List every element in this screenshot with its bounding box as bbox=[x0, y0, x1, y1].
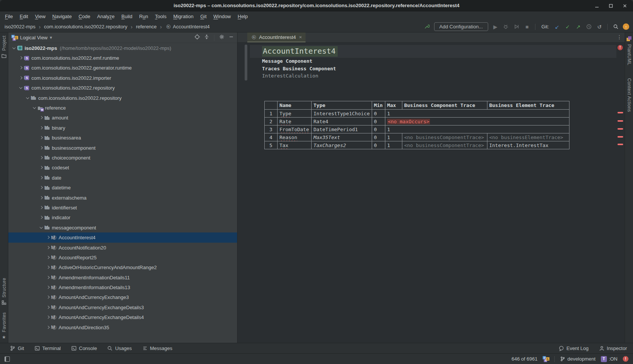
tree-item[interactable]: M amount bbox=[8, 113, 237, 123]
tree-item[interactable]: M com.iconsolutions.iso20022.emf.runtime bbox=[8, 53, 237, 63]
tree-chevron-icon[interactable] bbox=[39, 145, 44, 151]
error-analysis-icon[interactable]: ! bbox=[623, 356, 628, 362]
table-cell[interactable]: FromToDate bbox=[278, 125, 312, 133]
menu-item[interactable]: Run bbox=[136, 14, 152, 19]
tab-close-icon[interactable]: ✕ bbox=[299, 35, 302, 39]
tool-stripe-structure[interactable]: Structure bbox=[1, 278, 7, 305]
table-cell[interactable]: 1 bbox=[385, 141, 402, 149]
tree-item[interactable]: M businesscomponent bbox=[8, 143, 237, 153]
tool-window-button[interactable]: Messages bbox=[142, 345, 172, 351]
menu-item[interactable]: Migration bbox=[170, 14, 197, 19]
view-selector[interactable]: Logical View bbox=[20, 35, 48, 40]
tool-window-button[interactable]: Event Log bbox=[559, 345, 589, 351]
error-stripe-mark[interactable] bbox=[617, 112, 623, 113]
tree-chevron-icon[interactable] bbox=[39, 195, 44, 201]
table-cell[interactable]: 5 bbox=[265, 141, 278, 149]
update-notification-icon[interactable]: ↑ bbox=[623, 23, 629, 30]
git-push-icon[interactable]: ↗ bbox=[575, 23, 582, 30]
tree-chevron-icon[interactable] bbox=[39, 205, 44, 211]
tree-item[interactable]: M identifierset bbox=[8, 203, 237, 212]
breadcrumb-item[interactable]: AccountInterest4 bbox=[157, 24, 209, 30]
table-cell[interactable]: 1 bbox=[385, 110, 569, 118]
gear-icon[interactable] bbox=[219, 34, 225, 41]
menu-item[interactable]: Edit bbox=[16, 14, 31, 19]
tree-chevron-icon[interactable] bbox=[39, 155, 44, 161]
git-branch-widget[interactable]: development bbox=[560, 356, 595, 362]
tool-window-button[interactable]: Console bbox=[71, 345, 97, 351]
tree-chevron-icon[interactable] bbox=[45, 325, 51, 330]
tree-item[interactable]: M AmountAndCurrencyExchangeDetails3 bbox=[8, 302, 237, 312]
tree-item[interactable]: M messagecomponent bbox=[8, 223, 237, 232]
tree-item[interactable]: M AmountAndCurrencyExchange3 bbox=[8, 293, 237, 302]
maximize-icon[interactable] bbox=[608, 3, 614, 9]
table-cell[interactable]: Tax bbox=[278, 141, 312, 149]
tree-item[interactable]: M externalschema bbox=[8, 193, 237, 203]
table-cell[interactable]: <no businessComponentTrace> bbox=[402, 133, 487, 141]
tree-chevron-icon[interactable] bbox=[39, 175, 44, 181]
table-cell[interactable]: Interest.InterestTax bbox=[487, 141, 569, 149]
rollback-icon[interactable]: ↺ bbox=[596, 23, 603, 30]
tool-window-button[interactable]: Usages bbox=[107, 345, 132, 351]
tree-chevron-icon[interactable] bbox=[32, 105, 37, 111]
tree-chevron-icon[interactable] bbox=[45, 235, 51, 240]
table-cell[interactable]: 1 bbox=[385, 125, 569, 133]
breadcrumb-item[interactable]: reference bbox=[127, 24, 157, 30]
tree-item[interactable]: M ActiveOrHistoricCurrencyAndAmountRange… bbox=[8, 263, 237, 273]
tree-item[interactable]: M choicecomponent bbox=[8, 153, 237, 163]
tree-item[interactable]: M indicator bbox=[8, 213, 237, 223]
tree-item[interactable]: M com.iconsolutions.iso20022.repository bbox=[8, 83, 237, 93]
tree-chevron-icon[interactable] bbox=[45, 265, 51, 270]
tree-item[interactable]: M com.iconsolutions.iso20022.generator.r… bbox=[8, 63, 237, 73]
collapse-all-icon[interactable] bbox=[204, 34, 209, 41]
tool-window-button[interactable]: Git bbox=[10, 345, 24, 351]
minimize-icon[interactable] bbox=[594, 3, 600, 9]
tool-window-button[interactable]: Terminal bbox=[34, 345, 61, 351]
tool-window-toggle-icon[interactable] bbox=[5, 356, 10, 362]
tree-item[interactable]: M businessarea bbox=[8, 133, 237, 143]
table-cell[interactable]: <no maxOccurs> bbox=[385, 118, 569, 125]
search-icon[interactable] bbox=[612, 23, 619, 30]
tree-item[interactable]: M binary bbox=[8, 123, 237, 133]
tree-chevron-icon[interactable] bbox=[45, 275, 51, 280]
tree-chevron-icon[interactable] bbox=[39, 125, 44, 131]
error-indicator-icon[interactable]: ! bbox=[617, 45, 623, 50]
tool-stripe-favorites[interactable]: Favorites ★ bbox=[2, 312, 7, 340]
tree-chevron-icon[interactable] bbox=[18, 65, 24, 71]
table-cell[interactable]: <no businessComponentTrace> bbox=[402, 141, 487, 149]
tool-stripe-plantuml[interactable]: PlantUML bbox=[626, 36, 632, 65]
table-cell[interactable]: <no businessElementTrace> bbox=[487, 133, 569, 141]
tree-item[interactable]: M AccountNotification20 bbox=[8, 243, 237, 252]
git-commit-icon[interactable]: ✓ bbox=[564, 23, 571, 30]
tree-chevron-icon[interactable] bbox=[39, 115, 44, 121]
component-title[interactable]: AccountInterest4 bbox=[262, 46, 338, 57]
tree-item[interactable]: M com.iconsolutions.iso20022.repository bbox=[8, 93, 237, 103]
trace-value[interactable]: InterestCalculation bbox=[262, 73, 318, 79]
table-cell[interactable]: Reason bbox=[278, 133, 312, 141]
table-cell[interactable]: 0 bbox=[372, 125, 385, 133]
git-update-icon[interactable]: ↙ bbox=[554, 23, 560, 30]
table-cell[interactable]: Type bbox=[278, 110, 312, 118]
tree-chevron-icon[interactable] bbox=[45, 305, 51, 310]
typesystem-widget[interactable]: T :ON bbox=[601, 356, 617, 362]
tree-item[interactable]: M AmendmentInformationDetails11 bbox=[8, 273, 237, 282]
tree-item[interactable]: M AccountReport25 bbox=[8, 252, 237, 262]
table-cell[interactable]: 3 bbox=[265, 125, 278, 133]
tree-item[interactable]: M AmountAndDirection35 bbox=[8, 322, 237, 332]
menu-item[interactable]: Git bbox=[197, 14, 210, 19]
table-cell[interactable]: Rate bbox=[278, 118, 312, 125]
tree-chevron-icon[interactable] bbox=[45, 314, 51, 320]
tree-item[interactable]: M codeset bbox=[8, 163, 237, 173]
table-cell[interactable]: TaxCharges2 bbox=[312, 141, 372, 149]
menu-item[interactable]: Build bbox=[118, 14, 136, 19]
tree-chevron-icon[interactable] bbox=[39, 135, 44, 141]
tree-item[interactable]: M iso20022-mps (/home/tomb/repos/iso2002… bbox=[8, 43, 237, 53]
table-cell[interactable]: 0 bbox=[372, 110, 385, 118]
editor-content[interactable]: AccountInterest4 Message Component Trace… bbox=[237, 43, 625, 343]
tree-item[interactable]: M date bbox=[8, 173, 237, 183]
error-stripe-mark[interactable] bbox=[617, 120, 623, 122]
build-wrench-icon[interactable] bbox=[424, 23, 430, 30]
tree-item[interactable]: M AmountAndCurrencyExchangeDetails4 bbox=[8, 313, 237, 322]
tree-chevron-icon[interactable] bbox=[18, 85, 24, 91]
add-configuration-button[interactable]: Add Configuration... bbox=[434, 22, 488, 31]
table-cell[interactable]: 1 bbox=[265, 110, 278, 118]
